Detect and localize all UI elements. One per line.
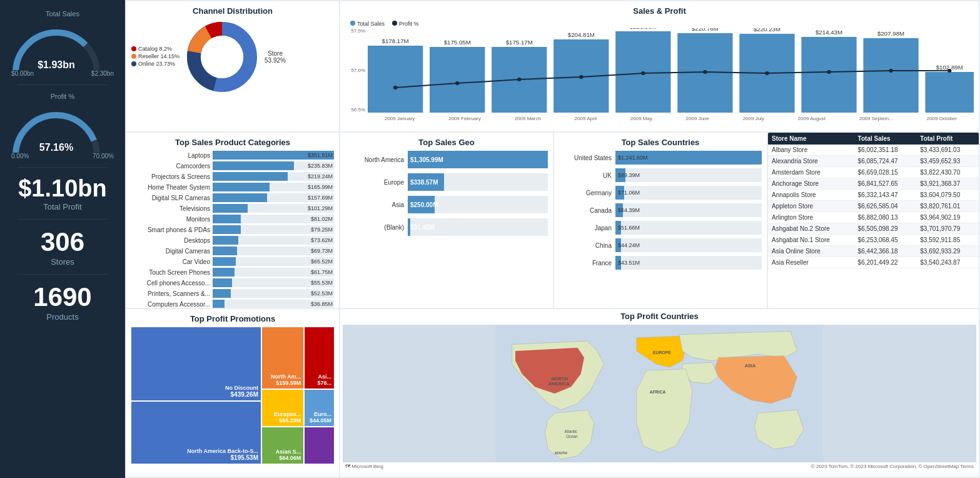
svg-rect-13 — [863, 38, 918, 113]
asia-cell[interactable]: Asi... $76... — [305, 327, 334, 388]
gauge-svg: $1.93bn — [6, 20, 106, 70]
category-item[interactable]: Laptops $351.51M — [131, 151, 334, 160]
geo-value: $1,305.99M — [410, 156, 443, 163]
country-label: United States — [559, 155, 615, 161]
country-item[interactable]: UK $89.39M — [559, 168, 762, 182]
main-area: Channel Distribution Catalog 8.2% Resell… — [125, 0, 980, 478]
store-profit-cell: $3,540,243.87 — [916, 257, 979, 268]
category-item[interactable]: Car Video $65.52M — [131, 257, 334, 266]
country-item[interactable]: Japan $51.66M — [559, 221, 762, 235]
category-value: $61.75M — [311, 268, 333, 277]
country-value: $1,241.60M — [618, 155, 648, 161]
euro2-cell[interactable]: Euro... $44.05M — [305, 390, 334, 426]
north-am-cell[interactable]: North Am... $159.59M — [262, 327, 303, 388]
svg-point-26 — [455, 81, 459, 85]
geo-bar-outer: $1,305.99M — [408, 151, 548, 168]
geo-item[interactable]: North America $1,305.99M — [345, 151, 548, 168]
category-bar-outer: $157.69M — [213, 193, 334, 202]
purple-cell[interactable] — [305, 427, 334, 464]
svg-text:$220.23M: $220.23M — [754, 28, 780, 33]
category-bar-outer: $69.73M — [213, 247, 334, 255]
category-item[interactable]: Camcorders $235.83M — [131, 161, 334, 170]
category-item[interactable]: Projectors & Screens $219.24M — [131, 172, 334, 181]
category-bar-fill — [213, 300, 225, 308]
category-bar-fill — [213, 183, 270, 191]
svg-point-4 — [201, 36, 243, 78]
store-profit-cell: $3,921,368.37 — [916, 178, 979, 190]
no-discount-cell[interactable]: No Discount $439.26M — [131, 327, 261, 400]
geo-list: North America $1,305.99M Europe $338.57M… — [345, 151, 548, 236]
table-row[interactable]: Arlington Store $6,882,080.13 $3,964,902… — [768, 212, 979, 223]
store-profit-cell: $3,692,933.29 — [916, 246, 979, 257]
svg-rect-14 — [925, 72, 974, 113]
table-row[interactable]: Ashgabat No.2 Store $6,505,098.29 $3,701… — [768, 223, 979, 235]
store-profit-cell: $3,592,911.85 — [916, 235, 979, 246]
category-item[interactable]: Computers Accessor... $36.85M — [131, 300, 334, 308]
store-name-cell: Anchorage Store — [768, 178, 854, 190]
country-label: China — [559, 242, 615, 249]
svg-point-33 — [889, 69, 892, 73]
category-item[interactable]: Home Theater System $165.99M — [131, 183, 334, 191]
svg-text:AFRICA: AFRICA — [650, 390, 666, 394]
total-profit-metric: $1.10bn Total Profit — [18, 175, 107, 211]
table-row[interactable]: Asia Reseller $6,201,449.22 $3,540,243.8… — [768, 257, 979, 268]
table-row[interactable]: Appleton Store $6,626,585.04 $3,820,761.… — [768, 201, 979, 212]
store-profit-cell: $3,822,430.70 — [916, 167, 979, 178]
country-item[interactable]: China $44.24M — [559, 238, 762, 252]
table-row[interactable]: Annapolis Store $6,332,143.47 $3,604,079… — [768, 190, 979, 201]
table-row[interactable]: Amsterdam Store $6,659,028.15 $3,822,430… — [768, 167, 979, 178]
category-label: Camcorders — [131, 163, 213, 170]
country-item[interactable]: United States $1,241.60M — [559, 151, 762, 165]
category-item[interactable]: Desktops $73.62M — [131, 236, 334, 245]
geo-item[interactable]: (Blank) $31.45M — [345, 218, 548, 236]
legend-online: Online 23.73% — [131, 61, 179, 67]
store-sales-cell: $6,442,366.18 — [854, 246, 917, 257]
table-row[interactable]: Anchorage Store $6,841,527.65 $3,921,368… — [768, 178, 979, 190]
na-back-cell[interactable]: North America Back-to-S... $195.53M — [131, 402, 261, 464]
channel-dist-panel: Channel Distribution Catalog 8.2% Resell… — [126, 1, 339, 131]
treemap-left: No Discount $439.26M North America Back-… — [131, 327, 261, 464]
store-sales-cell: $6,253,068.45 — [854, 235, 917, 246]
top-categories-title: Top Sales Product Categories — [131, 138, 334, 147]
category-value: $101.29M — [308, 204, 333, 213]
store-name-cell: Annapolis Store — [768, 190, 854, 201]
category-item[interactable]: Digital Cameras $69.73M — [131, 247, 334, 255]
category-item[interactable]: Touch Screen Phones $61.75M — [131, 268, 334, 277]
country-item[interactable]: France $43.51M — [559, 256, 762, 270]
store-table-wrapper[interactable]: Store Name Total Sales Total Profit Alba… — [768, 133, 979, 308]
country-item[interactable]: Canada $64.39M — [559, 203, 762, 217]
country-item[interactable]: Germany $71.06M — [559, 186, 762, 200]
category-bar-outer: $219.24M — [213, 172, 334, 181]
category-value: $52.53M — [311, 289, 333, 298]
store-name-cell: Alexandria Store — [768, 156, 854, 167]
category-bar-fill — [213, 289, 231, 298]
category-item[interactable]: Printers, Scanners &... $52.53M — [131, 289, 334, 298]
products-label: Products — [33, 312, 91, 322]
asian-s-cell[interactable]: Asian S... $64.06M — [262, 427, 303, 464]
category-item[interactable]: Monitors $81.02M — [131, 215, 334, 223]
table-row[interactable]: Ashgabat No.1 Store $6,253,068.45 $3,592… — [768, 235, 979, 246]
top-geo-title: Top Sales Geo — [345, 138, 548, 147]
store-profit-cell: $3,820,761.01 — [916, 201, 979, 212]
geo-label: North America — [345, 156, 408, 163]
country-label: Japan — [559, 225, 615, 231]
country-bar-outer: $64.39M — [615, 203, 762, 217]
geo-label: Europe — [345, 179, 408, 186]
category-item[interactable]: Televisions $101.29M — [131, 204, 334, 213]
category-bar-outer: $61.75M — [213, 268, 334, 277]
geo-value: $338.57M — [410, 179, 438, 186]
table-row[interactable]: Asia Online Store $6,442,366.18 $3,692,9… — [768, 246, 979, 257]
treemap-outer: No Discount $439.26M North America Back-… — [131, 327, 334, 464]
table-row[interactable]: Alexandria Store $6,085,724.47 $3,459,65… — [768, 156, 979, 167]
table-row[interactable]: Albany Store $6,002,351.18 $3,433,691.03 — [768, 145, 979, 156]
geo-bar-outer: $31.45M — [408, 218, 548, 236]
category-item[interactable]: Cell phones Accesso... $55.53M — [131, 278, 334, 287]
geo-item[interactable]: Asia $250.00M — [345, 196, 548, 213]
country-bar-outer: $71.06M — [615, 186, 762, 200]
map-provider: 🗺 Microsoft Bing — [345, 464, 383, 469]
category-item[interactable]: Digital SLR Cameras $157.69M — [131, 193, 334, 202]
category-item[interactable]: Smart phones & PDAs $79.25M — [131, 225, 334, 234]
geo-item[interactable]: Europe $338.57M — [345, 173, 548, 191]
europea-cell[interactable]: Europea... $65.28M — [262, 390, 303, 426]
category-bar-fill — [213, 193, 267, 202]
